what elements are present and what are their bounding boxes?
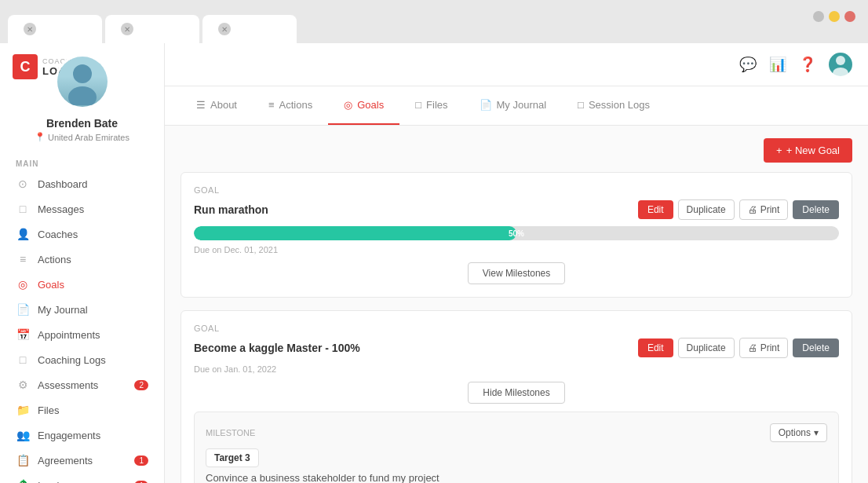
help-icon[interactable]: ❓ [799, 56, 816, 73]
milestone-header: Milestone Options ▾ [206, 423, 827, 442]
sidebar-item-coaching-logs[interactable]: □ Coaching Logs [0, 347, 164, 372]
user-name: Brenden Bate [0, 117, 164, 130]
tabs-bar: ☰ About ≡ Actions ◎ Goals □ Files 📄 My J… [165, 86, 868, 126]
session-logs-tab-icon: □ [578, 99, 584, 111]
goal-2-print-button[interactable]: 🖨 Print [739, 338, 789, 358]
sidebar-item-coaches[interactable]: 👤 Coaches [0, 221, 164, 247]
goal-1-delete-button[interactable]: Delete [793, 200, 839, 219]
sidebar-item-messages[interactable]: □ Messages [0, 196, 164, 221]
goal-2-hide-milestones-button[interactable]: Hide Milestones [468, 382, 564, 404]
files-tab-icon: □ [415, 99, 421, 111]
sidebar-item-actions[interactable]: ≡ Actions [0, 247, 164, 272]
sidebar-item-label: Engagements [38, 430, 100, 441]
browser-tab-1[interactable]: ✕ [8, 15, 102, 43]
actions-icon: ≡ [16, 253, 30, 265]
content-area: + + New Goal Goal Run marathon Edit Dupl… [165, 126, 868, 483]
location-icon: 📍 [35, 132, 46, 142]
sidebar-item-appointments[interactable]: 📅 Appointments [0, 322, 164, 347]
sidebar-item-label: My Journal [38, 304, 88, 316]
goal-1-duplicate-button[interactable]: Duplicate [678, 199, 735, 220]
sidebar-item-label: Invoices [38, 480, 75, 484]
goal-1-milestones-btn-wrap: View Milestones [194, 262, 839, 284]
coaching-logs-icon: □ [16, 353, 30, 366]
tab-about[interactable]: ☰ About [181, 86, 253, 125]
goal-2-milestones-btn-wrap: Hide Milestones [194, 382, 839, 404]
print-icon-2: 🖨 [748, 342, 757, 353]
browser-tab-2[interactable]: ✕ [105, 15, 199, 43]
sidebar-item-goals[interactable]: ◎ Goals [0, 272, 164, 297]
goal-card-1: Goal Run marathon Edit Duplicate 🖨 Print… [181, 172, 852, 298]
main-content: 💬 📊 ❓ ☰ About ≡ Actions ◎ Goals [165, 43, 868, 483]
sidebar-item-assessments[interactable]: ⚙ Assessments 2 [0, 372, 164, 397]
new-goal-button[interactable]: + + New Goal [764, 138, 852, 163]
svg-point-2 [836, 56, 845, 65]
tab-close-2[interactable]: ✕ [121, 23, 133, 35]
agreements-icon: 📋 [16, 454, 30, 467]
milestone-label: Milestone [206, 428, 255, 437]
goal-1-due-date: Due on Dec. 01, 2021 [194, 245, 839, 254]
goal-2-due-date: Due on Jan. 01, 2022 [194, 364, 839, 374]
sidebar-item-invoices[interactable]: 💲 Invoices 1 [0, 473, 164, 483]
tab-close-3[interactable]: ✕ [218, 23, 231, 35]
sidebar-item-label: Agreements [38, 455, 93, 467]
sidebar-item-label: Actions [38, 254, 71, 265]
messages-icon: □ [16, 203, 30, 215]
actions-tab-icon: ≡ [268, 99, 275, 111]
sidebar-item-label: Dashboard [38, 178, 88, 190]
goal-1-label: Goal [194, 185, 839, 195]
milestone-options-button[interactable]: Options ▾ [770, 423, 827, 442]
journal-tab-icon: 📄 [480, 99, 492, 111]
goal-2-actions: Edit Duplicate 🖨 Print Delete [638, 338, 839, 358]
chat-icon[interactable]: 💬 [739, 56, 757, 73]
sidebar-item-files[interactable]: 📁 Files [0, 397, 164, 423]
goal-2-edit-button[interactable]: Edit [638, 338, 673, 357]
assessments-badge: 2 [134, 380, 148, 390]
user-location: 📍 United Arab Emirates [0, 132, 164, 142]
goal-1-title-text: Run marathon [194, 203, 268, 216]
analytics-icon[interactable]: 📊 [769, 56, 786, 73]
chevron-down-icon: ▾ [814, 427, 819, 438]
dashboard-icon: ⊙ [16, 177, 30, 190]
goal-1-progress-fill [194, 226, 516, 240]
tab-actions[interactable]: ≡ Actions [253, 86, 328, 125]
sidebar-section-label: MAIN [0, 152, 164, 171]
goal-1-view-milestones-button[interactable]: View Milestones [468, 262, 565, 284]
goal-1-print-button[interactable]: 🖨 Print [739, 199, 789, 220]
wc-minimize[interactable] [813, 11, 824, 22]
sidebar-item-label: Coaching Logs [38, 354, 106, 366]
my-journal-icon: 📄 [16, 303, 30, 316]
sidebar-item-agreements[interactable]: 📋 Agreements 1 [0, 448, 164, 473]
wc-maximize[interactable] [829, 11, 840, 22]
tab-my-journal[interactable]: 📄 My Journal [464, 86, 563, 125]
top-bar: 💬 📊 ❓ [165, 43, 868, 86]
sidebar-item-engagements[interactable]: 👥 Engagements [0, 423, 164, 448]
sidebar-item-label: Files [38, 404, 59, 416]
location-text: United Arab Emirates [48, 133, 129, 142]
goal-2-title-text: Become a kaggle Master - 100% [194, 342, 360, 354]
goal-2-delete-button[interactable]: Delete [793, 338, 839, 357]
journal-tab-label: My Journal [497, 99, 547, 111]
goal-1-progress-bar: 50% [194, 226, 839, 240]
tab-close-1[interactable]: ✕ [24, 23, 36, 35]
goals-icon: ◎ [16, 278, 30, 291]
appointments-icon: 📅 [16, 328, 30, 341]
sidebar: C COACHING LOFT Brenden Bate 📍 [0, 43, 165, 483]
svg-point-0 [73, 64, 92, 83]
browser-chrome: ✕ ✕ ✕ [0, 0, 868, 43]
window-controls [813, 11, 855, 22]
goals-tab-icon: ◎ [344, 99, 352, 111]
goal-2-duplicate-button[interactable]: Duplicate [678, 338, 735, 358]
browser-tab-3[interactable]: ✕ [202, 15, 297, 43]
about-tab-icon: ☰ [196, 99, 206, 111]
svg-point-1 [68, 86, 97, 105]
sidebar-item-label: Goals [38, 279, 64, 291]
sidebar-item-dashboard[interactable]: ⊙ Dashboard [0, 171, 164, 196]
sidebar-item-my-journal[interactable]: 📄 My Journal [0, 297, 164, 322]
tab-goals[interactable]: ◎ Goals [328, 86, 399, 125]
goal-card-2: Goal Become a kaggle Master - 100% Edit … [181, 310, 852, 483]
wc-close[interactable] [844, 11, 855, 22]
tab-session-logs[interactable]: □ Session Logs [562, 86, 666, 125]
tab-files[interactable]: □ Files [399, 86, 463, 125]
goal-1-edit-button[interactable]: Edit [638, 200, 673, 219]
user-avatar-topbar[interactable] [829, 53, 852, 76]
